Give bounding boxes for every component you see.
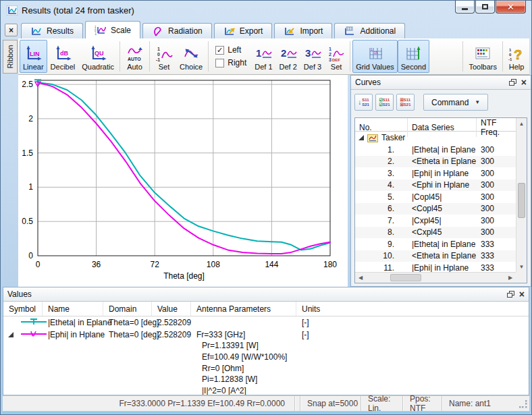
curve-row[interactable]: 8.<Cxpl45300 <box>355 227 516 239</box>
def1-button[interactable]: 1 Def 1 <box>251 40 275 73</box>
curve-row[interactable]: 4.<Ephi in Hplane300 <box>355 179 516 192</box>
series-value: 2.528209 <box>152 330 191 339</box>
import-s11-s21-button[interactable]: ↓S11S21 <box>354 94 373 111</box>
grid-values-label: Grid Values <box>356 63 394 71</box>
curve-ntf-freq: 300 <box>477 157 516 166</box>
close-view-button[interactable]: × <box>5 24 18 36</box>
vertical-scroll-thumb[interactable] <box>518 183 525 218</box>
auto-scale-button[interactable]: AUTO Auto <box>122 40 147 73</box>
tab-import[interactable]: Import <box>274 23 332 38</box>
svg-text:?: ? <box>514 47 522 62</box>
scroll-right-icon[interactable]: ▶ <box>506 273 515 283</box>
toolbars-icon <box>474 45 491 62</box>
curve-series: |Etheta| in Eplane <box>408 240 477 249</box>
curve-row[interactable]: 7.|Cxpl45|300 <box>355 215 516 227</box>
grid-values-button[interactable]: 115 Grid Values <box>352 40 398 73</box>
scroll-left-icon[interactable]: ◀ <box>356 273 365 283</box>
ribbon-tab-row: Results10-1ScaleRadiationExportImportAdd… <box>21 21 529 38</box>
resize-grip[interactable] <box>519 400 528 409</box>
def2-label: Def 2 <box>280 63 297 71</box>
tab-scale[interactable]: 10-1Scale <box>85 21 140 38</box>
ribbon: LIN Linear dB Decibel QU Quadratic AUTO … <box>18 38 529 75</box>
scroll-up-icon[interactable]: ▲ <box>516 119 527 128</box>
def3-button[interactable]: 3 Def 3 <box>300 40 325 73</box>
expanded-triangle-icon[interactable] <box>8 332 14 337</box>
linear-scale-button[interactable]: LIN Linear <box>20 40 47 73</box>
scroll-down-icon[interactable]: ▼ <box>516 262 527 271</box>
tab-results[interactable]: Results <box>21 23 83 38</box>
minimize-button[interactable] <box>455 1 475 13</box>
svg-text:-1: -1 <box>95 32 97 35</box>
curve-row[interactable]: 10.<Etheta in Eplane333 <box>355 250 516 262</box>
ribbon-separator <box>502 41 503 72</box>
tasker-group-label: Tasker <box>381 133 405 142</box>
tab-radiation[interactable]: Radiation <box>142 23 212 38</box>
values-panel-titlebar: Values × <box>3 287 529 302</box>
column-value: Value <box>152 302 191 316</box>
horizontal-scroll-thumb[interactable] <box>390 274 421 281</box>
curve-series: <Ephi in Hplane <box>408 180 477 190</box>
uncheck-s11-s21-button[interactable]: ☒S11☒S21 <box>396 94 415 111</box>
horizontal-scrollbar[interactable]: ◀ ▶ <box>355 272 516 283</box>
curve-row[interactable]: 11.|Ephi| in Hplane333 <box>355 262 516 272</box>
vertical-scrollbar[interactable]: ▲ ▼ <box>516 118 527 272</box>
series-value: 2.528209 <box>152 318 191 327</box>
second-axis-button[interactable]: Second <box>398 40 429 73</box>
command-dropdown[interactable]: Command▼ <box>423 94 488 111</box>
curve-row[interactable]: 1.|Etheta| in Eplane300 <box>355 144 516 156</box>
set-def-button[interactable]: 123DEF Set <box>325 40 348 73</box>
values-row-etheta[interactable]: |Etheta| in Eplane Theta=0 [deg] 2.52820… <box>3 316 529 329</box>
s11-s21-icon: S11S21 <box>362 98 369 107</box>
def2-button[interactable]: 2 Def 2 <box>276 40 300 73</box>
window-title: Results (total 24 from tasker) <box>22 5 134 16</box>
close-panel-icon[interactable]: × <box>521 78 527 87</box>
toolbars-button[interactable]: Toolbars <box>465 40 500 73</box>
values-row-ephi[interactable]: |Ephi| in Hplane Theta=0 [deg] 2.528209 … <box>3 329 529 341</box>
svg-text:1: 1 <box>329 47 331 51</box>
tab-additional[interactable]: Additional <box>334 23 405 38</box>
def1-icon: 1 <box>255 45 272 62</box>
curve-row[interactable]: 2.<Etheta in Eplane300 <box>355 156 516 168</box>
svg-text:0: 0 <box>28 251 33 260</box>
checked-checkbox-icon: ✓ <box>215 46 224 55</box>
svg-text:DEF: DEF <box>332 58 340 62</box>
curve-row[interactable]: 9.|Etheta| in Eplane333 <box>355 238 516 250</box>
maximize-button[interactable] <box>475 1 495 13</box>
tab-export[interactable]: Export <box>214 23 273 38</box>
series-units: [-] <box>296 318 529 327</box>
window-titlebar[interactable]: Results (total 24 from tasker) <box>1 1 531 20</box>
curve-row[interactable]: 5.|Copl45|300 <box>355 191 516 203</box>
help-icon: 10-1? <box>508 45 525 62</box>
curve-ntf-freq: 300 <box>477 169 516 178</box>
results-tab-icon <box>30 26 42 36</box>
curve-ntf-freq: 333 <box>477 251 516 260</box>
expanded-triangle-icon[interactable] <box>358 135 364 140</box>
svg-text:1: 1 <box>157 47 160 51</box>
svg-text:AUTO: AUTO <box>128 57 141 61</box>
float-panel-icon[interactable] <box>507 291 514 298</box>
second-axis-label: Second <box>401 63 426 71</box>
close-button[interactable]: ✕ <box>496 1 526 13</box>
help-button[interactable]: 10-1? Help <box>505 40 528 73</box>
def3-icon: 3 <box>304 45 321 62</box>
svg-text:1: 1 <box>28 182 33 192</box>
left-checkbox[interactable]: ✓Left <box>215 45 246 55</box>
right-checkbox[interactable]: Right <box>215 58 246 67</box>
radiation-tab-icon <box>152 26 163 36</box>
close-panel-icon[interactable]: × <box>519 289 525 299</box>
tasker-group-row[interactable]: Tasker <box>355 132 516 144</box>
set-scale-button[interactable]: 10-1 Set <box>152 40 176 73</box>
choice-button[interactable]: Choice <box>176 40 206 73</box>
ribbon-side-tab[interactable]: Ribbon <box>3 40 18 74</box>
antenna-parameter-line: Pi=1.12838 [W] <box>3 375 529 386</box>
curve-row[interactable]: 6.<Copl45300 <box>355 203 516 215</box>
decibel-scale-button[interactable]: dB Decibel <box>47 40 79 73</box>
quadratic-scale-button[interactable]: QU Quadratic <box>78 40 117 73</box>
def3-label: Def 3 <box>304 63 321 71</box>
svg-text:-1: -1 <box>508 57 512 61</box>
curve-row[interactable]: 3.|Ephi| in Hplane300 <box>355 167 516 179</box>
down-arrow-icon: ↓ <box>358 99 361 106</box>
check-s11-s21-button[interactable]: ☑S11☑S21 <box>375 94 394 111</box>
values-table-header: Symbol Name Domain Value Antenna Paramet… <box>3 302 529 316</box>
float-panel-icon[interactable] <box>509 79 516 86</box>
